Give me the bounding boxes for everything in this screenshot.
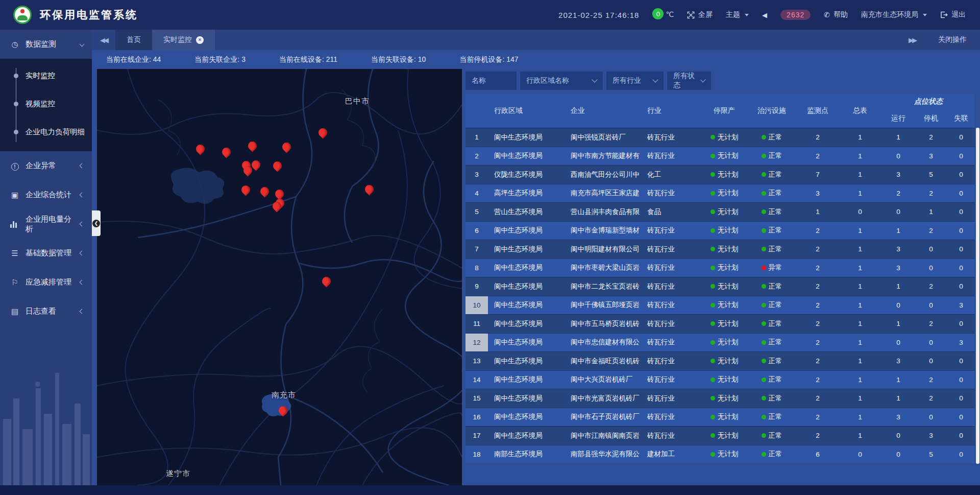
submenu-item-实时监控[interactable]: 实时监控 xyxy=(0,62,92,90)
table-row[interactable]: 9阆中生态环境局阆中市二龙长宝页岩砖砖瓦行业无计划正常21120 xyxy=(465,277,975,296)
notification-count-badge[interactable]: 2632 xyxy=(780,10,811,20)
cell-company: 阆中大兴页岩机砖厂 xyxy=(565,371,641,389)
table-row[interactable]: 12阆中生态环境局阆中市忠信建材有限公砖瓦行业无计划正常21003 xyxy=(465,333,975,352)
col-header-halt[interactable]: 停机 xyxy=(915,109,947,128)
cell-monitor-count: 2 xyxy=(797,128,838,147)
cell-industry: 砖瓦行业 xyxy=(641,296,702,315)
col-header-monitor[interactable]: 监测点 xyxy=(797,94,838,128)
status-dot-green xyxy=(710,433,715,438)
col-header-run[interactable]: 运行 xyxy=(882,109,915,128)
cell-monitor-count: 7 xyxy=(797,166,838,184)
col-header-stop[interactable]: 停限产 xyxy=(702,94,746,128)
col-header-total[interactable]: 总表 xyxy=(838,94,882,128)
logout-button[interactable]: 退出 xyxy=(940,10,966,19)
sidebar-item-企业异常[interactable]: !企业异常 xyxy=(0,151,92,180)
submenu-item-视频监控[interactable]: 视频监控 xyxy=(0,90,92,118)
close-operations-button[interactable]: 关闭操作 xyxy=(938,35,967,44)
cell-company: 西南油气田分公司川中 xyxy=(565,166,641,184)
table-row[interactable]: 14阆中生态环境局阆中大兴页岩机砖厂砖瓦行业无计划正常21120 xyxy=(465,370,975,389)
status-dot-green xyxy=(710,284,715,289)
sidebar-item-应急减排管理[interactable]: ⚐应急减排管理 xyxy=(0,268,92,297)
table-row[interactable]: 7阆中生态环境局阆中明阳建材有限公司砖瓦行业无计划正常21300 xyxy=(465,240,975,258)
status-dot-green xyxy=(762,433,766,438)
table-row[interactable]: 13阆中生态环境局阆中市金福旺页岩机砖砖瓦行业无计划正常21300 xyxy=(465,351,975,370)
cell-lost-count: 0 xyxy=(947,445,975,464)
submenu-item-企业电力负荷明细[interactable]: 企业电力负荷明细 xyxy=(0,118,92,146)
fullscreen-button[interactable]: 全屏 xyxy=(687,10,713,19)
cell-lost-count: 0 xyxy=(947,184,975,203)
col-header-company[interactable]: 企业 xyxy=(565,94,641,128)
org-dropdown[interactable]: 南充市生态环境局 xyxy=(861,10,927,19)
table-row[interactable]: 8阆中生态环境局阆中市枣碧大梁山页岩砖瓦行业无计划异常21300 xyxy=(465,258,975,277)
status-dot-green xyxy=(710,135,715,139)
sidebar-nav: ◷数据监测实时监控视频监控企业电力负荷明细!企业异常▣企业综合统计企业用电量分析… xyxy=(0,30,92,485)
table-row[interactable]: 3仪陇生态环境局西南油气田分公司川中化工无计划正常71350 xyxy=(465,165,975,184)
cell-stop-status: 无计划 xyxy=(702,240,746,258)
cell-industry: 砖瓦行业 xyxy=(641,352,702,370)
table-row[interactable]: 2阆中生态环境局阆中市南方节能建材有砖瓦行业无计划正常21030 xyxy=(465,147,975,166)
help-button[interactable]: ✆ 帮助 xyxy=(824,10,848,19)
cell-halt-count: 2 xyxy=(915,277,947,296)
cell-region: 阆中生态环境局 xyxy=(488,277,565,296)
tab-首页[interactable]: 首页 xyxy=(115,30,152,50)
cell-facility-status: 正常 xyxy=(746,128,797,147)
sidebar-item-日志查看[interactable]: ▤日志查看 xyxy=(0,297,92,326)
monitor-stats-icon: ▣ xyxy=(10,191,19,200)
sidebar-item-企业用电量分析[interactable]: 企业用电量分析 xyxy=(0,209,92,239)
name-filter-input[interactable]: 名称 xyxy=(465,72,517,90)
col-header-industry[interactable]: 行业 xyxy=(641,94,702,128)
sidebar-item-数据监测[interactable]: ◷数据监测 xyxy=(0,30,92,59)
status-filter-select[interactable]: 所有状态 xyxy=(667,72,711,90)
row-number: 8 xyxy=(465,259,488,277)
cell-halt-count: 5 xyxy=(915,445,947,464)
cell-total-meter: 1 xyxy=(838,315,882,333)
col-header-facility[interactable]: 治污设施 xyxy=(746,94,797,128)
table-row[interactable]: 18南部生态环境局南部县强华水泥有限公建材加工无计划正常60050 xyxy=(465,445,975,464)
theme-dropdown[interactable]: 主题 xyxy=(726,10,749,19)
status-dot-green xyxy=(710,359,715,363)
cell-facility-status: 正常 xyxy=(746,240,797,258)
table-row[interactable]: 16阆中生态环境局阆中市石子页岩机砖厂砖瓦行业无计划正常21300 xyxy=(465,408,975,427)
table-row[interactable]: 10阆中生态环境局阆中千佛镇五郎垭页岩砖瓦行业无计划正常21003 xyxy=(465,296,975,315)
industry-filter-select[interactable]: 所有行业 xyxy=(606,72,664,90)
table-row[interactable]: 4高坪生态环境局南充市高坪区王家店建砖瓦行业无计划正常31220 xyxy=(465,184,975,203)
tabs-scroll-left-button[interactable]: ◀◀ xyxy=(92,30,115,50)
status-dot-green xyxy=(710,415,715,419)
cell-monitor-count: 2 xyxy=(797,408,838,427)
cell-run-count: 3 xyxy=(882,408,915,427)
cell-facility-status: 正常 xyxy=(746,427,797,445)
tab-close-icon[interactable]: ✕ xyxy=(196,36,204,44)
table-row[interactable]: 11阆中生态环境局阆中市五马桥页岩机砖砖瓦行业无计划正常21120 xyxy=(465,314,975,333)
col-header-lost[interactable]: 失联 xyxy=(947,109,975,128)
cell-halt-count: 0 xyxy=(915,352,947,370)
table-scrollbar[interactable] xyxy=(976,128,979,464)
table-row[interactable]: 15阆中生态环境局阆中市光富页岩机砖厂砖瓦行业无计划正常21120 xyxy=(465,389,975,408)
cell-stop-status: 无计划 xyxy=(702,296,746,315)
table-row[interactable]: 17阆中生态环境局阆中市江南镇阆南页岩砖瓦行业无计划正常21030 xyxy=(465,426,975,445)
row-number: 17 xyxy=(465,427,488,445)
cell-region: 阆中生态环境局 xyxy=(488,222,565,240)
cell-stop-status: 无计划 xyxy=(702,408,746,427)
status-dot-green xyxy=(762,228,766,233)
cell-lost-count: 0 xyxy=(947,240,975,258)
cell-total-meter: 1 xyxy=(838,166,882,184)
col-header-region[interactable]: 行政区域 xyxy=(488,94,565,128)
tabs-scroll-right-button[interactable]: ▶▶ xyxy=(900,36,924,44)
sidebar-item-企业综合统计[interactable]: ▣企业综合统计 xyxy=(0,180,92,209)
sidebar-item-基础数据管理[interactable]: ☰基础数据管理 xyxy=(0,239,92,268)
sidebar-collapse-handle[interactable]: ❮ xyxy=(92,210,101,236)
cell-monitor-count: 2 xyxy=(797,371,838,389)
tab-实时监控[interactable]: 实时监控✕ xyxy=(152,30,215,50)
mute-speaker-icon[interactable]: ◀ xyxy=(762,11,767,19)
table-row[interactable]: 1阆中生态环境局阆中强锐页岩砖厂砖瓦行业无计划正常21120 xyxy=(465,128,975,147)
region-filter-select[interactable]: 行政区域名称 xyxy=(520,72,603,90)
table-row[interactable]: 5营山生态环境局营山县润丰肉食品有限食品无计划正常10010 xyxy=(465,202,975,221)
stat-当前失联企业: 当前失联企业: 3 xyxy=(194,55,246,64)
cell-lost-count: 0 xyxy=(947,371,975,389)
enterprise-table: 行政区域 企业 行业 停限产 治污设施 监测点 总表 点位状态 运行 停机 失联… xyxy=(465,94,975,463)
cell-total-meter: 1 xyxy=(838,371,882,389)
chevron-left-icon xyxy=(80,222,85,227)
table-row[interactable]: 6阆中生态环境局阆中市金博瑞新型墙材砖瓦行业无计划正常21120 xyxy=(465,221,975,240)
status-dot-red xyxy=(762,266,766,270)
map-panel[interactable]: 巴中市南充市遂宁市 xyxy=(97,69,462,485)
